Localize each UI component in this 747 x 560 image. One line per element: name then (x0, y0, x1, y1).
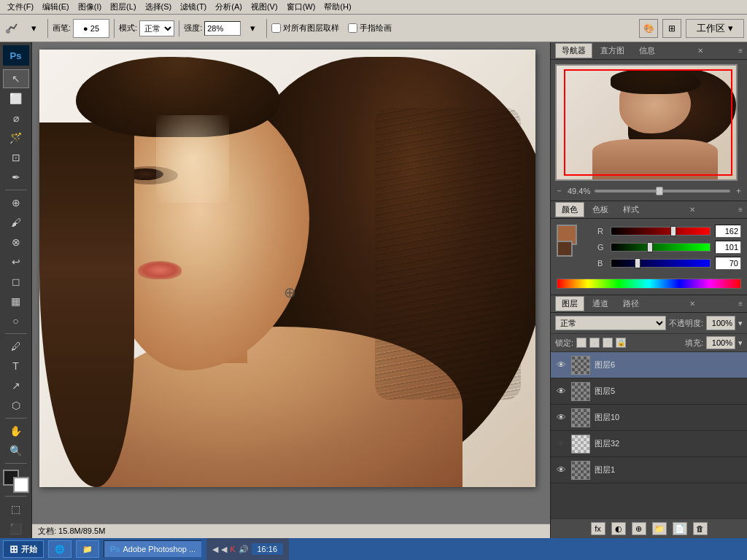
tab-navigator[interactable]: 导航器 (555, 43, 592, 58)
new-adjustment-layer-btn[interactable]: ⊕ (632, 522, 646, 535)
menu-edit[interactable]: 编辑(E) (38, 0, 74, 14)
delete-layer-btn[interactable]: 🗑 (693, 522, 708, 535)
blend-mode-select[interactable]: 正常 (555, 316, 666, 330)
quick-select-tool[interactable]: 🪄 (3, 128, 29, 147)
layer-item-6[interactable]: 👁 图层6 (551, 352, 747, 378)
navigator-options-btn[interactable]: ≡ (738, 47, 743, 55)
layer-item-32[interactable]: 👁 图层32 (551, 431, 747, 457)
layer-mask-btn[interactable]: ◐ (611, 522, 626, 535)
layer-32-visibility[interactable]: 👁 (555, 438, 567, 450)
fill-arrow[interactable]: ▾ (738, 338, 743, 348)
brush-picker-btn[interactable]: ● 25 (73, 19, 109, 38)
text-tool[interactable]: T (3, 357, 29, 376)
opacity-input[interactable] (706, 316, 735, 330)
switch-view-btn[interactable]: ⊞ (662, 19, 681, 38)
zoom-in-btn[interactable]: ＋ (735, 185, 743, 196)
lock-brush-btn[interactable]: 🖌 (589, 338, 600, 348)
palette-icon-btn[interactable]: 🎨 (639, 19, 658, 38)
tab-info[interactable]: 信息 (632, 43, 662, 58)
strength-input[interactable] (204, 21, 241, 36)
zoom-slider[interactable] (595, 190, 730, 192)
tab-styles[interactable]: 样式 (616, 202, 646, 217)
strength-slider-btn[interactable]: ▾ (243, 19, 262, 38)
zoom-out-btn[interactable]: － (555, 185, 563, 196)
r-slider-track[interactable] (611, 227, 711, 236)
move-tool[interactable]: ↖ (3, 69, 29, 88)
brush-tool[interactable]: 🖌 (3, 213, 29, 232)
menu-image[interactable]: 图像(I) (74, 0, 106, 14)
eyedropper-tool[interactable]: ✒ (3, 168, 29, 187)
menu-window[interactable]: 窗口(W) (282, 0, 320, 14)
tray-speaker[interactable]: 🔊 (239, 545, 249, 554)
menu-view[interactable]: 视图(V) (247, 0, 282, 14)
finger-paint-checkbox-label[interactable]: 手指绘画 (348, 23, 392, 34)
finger-paint-checkbox[interactable] (348, 23, 357, 33)
background-swatch[interactable] (557, 241, 573, 257)
opacity-arrow[interactable]: ▾ (738, 319, 743, 328)
tray-arrow2[interactable]: ◀ (221, 545, 227, 554)
b-slider-track[interactable] (611, 259, 711, 268)
layer-1-visibility[interactable]: 👁 (555, 464, 567, 476)
lock-move-btn[interactable]: ✚ (603, 338, 613, 348)
start-button[interactable]: ⊞ 开始 (3, 540, 44, 558)
new-layer-btn[interactable]: 📄 (673, 522, 687, 535)
tab-channels[interactable]: 通道 (586, 296, 615, 311)
pen-tool[interactable]: 🖊 (3, 337, 29, 356)
background-color[interactable] (13, 477, 29, 493)
layers-close-btn[interactable]: ✕ (689, 300, 695, 308)
layer-fx-btn[interactable]: fx (591, 522, 605, 535)
layers-options-btn[interactable]: ≡ (738, 300, 743, 308)
dodge-tool[interactable]: ○ (3, 311, 29, 330)
rectangular-marquee-tool[interactable]: ⬜ (3, 89, 29, 108)
color-spectrum-bar[interactable] (557, 279, 741, 289)
g-slider-track[interactable] (611, 243, 711, 252)
layer-item-10[interactable]: 👁 图层10 (551, 405, 747, 431)
quick-mask-btn[interactable]: ⬚ (3, 499, 29, 518)
color-options-btn[interactable]: ≡ (738, 206, 743, 214)
all-layers-checkbox[interactable] (271, 23, 281, 33)
screen-mode-btn[interactable]: ⬛ (3, 519, 29, 538)
b-value-input[interactable] (715, 257, 741, 270)
taskbar-ie-btn[interactable]: 🌐 (48, 540, 71, 558)
new-group-btn[interactable]: 📁 (652, 522, 667, 535)
clone-stamp-tool[interactable]: ⊗ (3, 233, 29, 252)
navigator-close-btn[interactable]: ✕ (697, 47, 703, 55)
canvas-wrapper[interactable]: ⊕ PS教程论坛 BBS.16XX8.COM (32, 42, 550, 524)
gradient-tool[interactable]: ▦ (3, 292, 29, 311)
layer-5-visibility[interactable]: 👁 (555, 386, 567, 397)
g-value-input[interactable] (715, 241, 741, 254)
tab-swatches[interactable]: 色板 (586, 202, 615, 217)
color-close-btn[interactable]: ✕ (689, 206, 695, 214)
history-brush-tool[interactable]: ↩ (3, 252, 29, 271)
eraser-tool[interactable]: ◻ (3, 272, 29, 291)
hand-tool[interactable]: ✋ (3, 421, 29, 440)
all-layers-checkbox-label[interactable]: 对所有图层取样 (271, 23, 339, 34)
zoom-tool[interactable]: 🔍 (3, 441, 29, 460)
menu-help[interactable]: 帮助(H) (320, 0, 355, 14)
lock-transparent-btn[interactable]: ⬚ (576, 338, 587, 348)
menu-analysis[interactable]: 分析(A) (211, 0, 247, 14)
tab-histogram[interactable]: 直方图 (594, 43, 631, 58)
path-select-tool[interactable]: ↗ (3, 376, 29, 395)
menu-file[interactable]: 文件(F) (3, 0, 38, 14)
menu-filter[interactable]: 滤镜(T) (176, 0, 211, 14)
tool-options-arrow[interactable]: ▾ (24, 19, 43, 38)
r-value-input[interactable] (715, 225, 741, 238)
healing-brush-tool[interactable]: ⊕ (3, 193, 29, 212)
workspace-btn[interactable]: 工作区 ▾ (686, 19, 744, 38)
layer-item-1[interactable]: 👁 图层1 (551, 457, 747, 483)
tray-arrow[interactable]: ◀ (212, 545, 218, 554)
menu-select[interactable]: 选择(S) (141, 0, 177, 14)
mode-select[interactable]: 正常 (139, 20, 174, 36)
fill-input[interactable] (706, 336, 735, 349)
taskbar-photoshop-btn[interactable]: Ps Adobe Photoshop ... (104, 540, 202, 558)
menu-layer[interactable]: 图层(L) (106, 0, 140, 14)
layer-6-visibility[interactable]: 👁 (555, 359, 567, 371)
tab-paths[interactable]: 路径 (616, 296, 646, 311)
smudge-tool-btn[interactable] (3, 19, 22, 38)
canvas[interactable]: ⊕ PS教程论坛 BBS.16XX8.COM (39, 50, 535, 487)
crop-tool[interactable]: ⊡ (3, 148, 29, 167)
layer-item-5[interactable]: 👁 图层5 (551, 378, 747, 405)
tab-layers[interactable]: 图层 (555, 296, 584, 311)
taskbar-explorer-btn[interactable]: 📁 (76, 540, 99, 558)
